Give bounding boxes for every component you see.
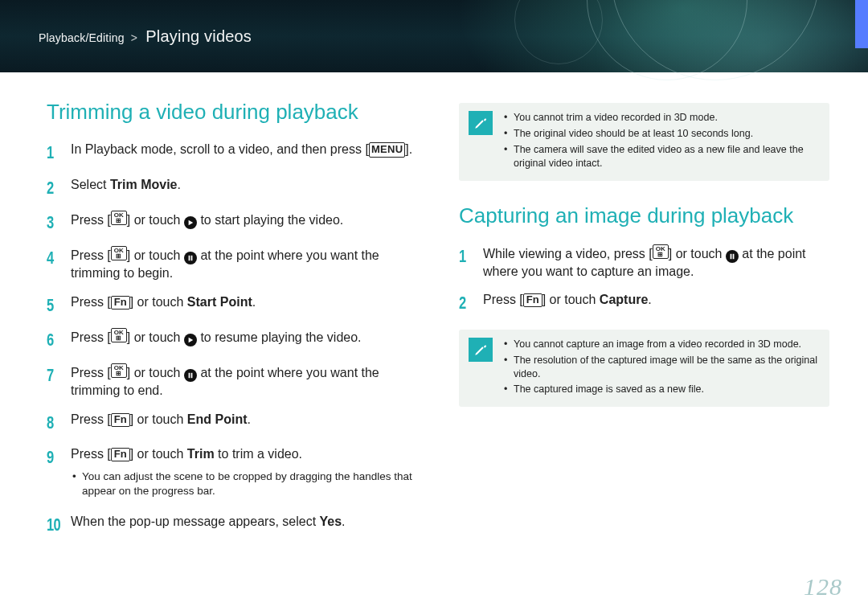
right-column: You cannot trim a video recorded in 3D m… <box>459 100 829 548</box>
step-item: 1In Playback mode, scroll to a video, an… <box>47 141 417 165</box>
step-number: 2 <box>459 291 477 315</box>
step-number: 4 <box>47 246 65 270</box>
note-box-trim: You cannot trim a video recorded in 3D m… <box>459 103 829 181</box>
note-box-capture: You cannot capture an image from a video… <box>459 330 829 408</box>
note-item: You cannot capture an image from a video… <box>504 338 818 351</box>
ok-button-icon: OK⊞ <box>111 211 127 225</box>
ok-button-icon: OK⊞ <box>653 244 669 259</box>
step-item: 2Select Trim Movie. <box>47 176 417 200</box>
pause-icon <box>184 369 197 382</box>
ok-button-icon: OK⊞ <box>111 363 127 378</box>
breadcrumb-section: Playing videos <box>145 27 252 45</box>
breadcrumb: Playback/Editing > Playing videos <box>39 27 252 46</box>
step-item: 9Press [Fn] or touch Trim to trim a vide… <box>47 445 417 502</box>
step-body: Press [Fn] or touch Trim to trim a video… <box>71 445 417 502</box>
note-list-capture: You cannot capture an image from a video… <box>504 338 818 397</box>
fn-button-icon: Fn <box>111 413 130 427</box>
step-number: 6 <box>47 328 65 352</box>
breadcrumb-parent: Playback/Editing <box>39 31 125 44</box>
step-body: Press [OK⊞] or touch to resume playing t… <box>71 328 417 346</box>
steps-trimming: 1In Playback mode, scroll to a video, an… <box>47 141 417 537</box>
step-number: 7 <box>47 363 65 387</box>
svg-rect-0 <box>189 256 190 260</box>
note-item: The resolution of the captured image wil… <box>504 354 818 381</box>
heading-trimming: Trimming a video during playback <box>47 100 417 125</box>
svg-rect-1 <box>191 256 193 260</box>
note-item: You cannot trim a video recorded in 3D m… <box>504 111 818 125</box>
step-number: 5 <box>47 293 65 318</box>
step-body: Press [Fn] or touch End Point. <box>71 411 417 428</box>
play-icon <box>184 216 197 229</box>
step-number: 3 <box>47 211 65 235</box>
ok-button-icon: OK⊞ <box>111 328 127 342</box>
sub-bullet-item: You can adjust the scene to be cropped b… <box>71 469 417 498</box>
step-item: 8Press [Fn] or touch End Point. <box>47 411 417 435</box>
chevron-right-icon: > <box>131 31 137 44</box>
step-number: 1 <box>47 141 65 165</box>
step-body: Press [Fn] or touch Start Point. <box>71 293 417 311</box>
pause-icon <box>726 250 739 263</box>
step-number: 10 <box>47 513 65 537</box>
step-item: 6Press [OK⊞] or touch to resume playing … <box>47 328 417 352</box>
step-body: When the pop-up message appears, select … <box>71 513 417 531</box>
step-number: 8 <box>47 411 65 435</box>
side-tab <box>855 0 868 48</box>
header-band: Playback/Editing > Playing videos <box>0 0 868 72</box>
left-column: Trimming a video during playback 1In Pla… <box>47 100 417 548</box>
svg-rect-3 <box>191 373 193 378</box>
step-item: 3Press [OK⊞] or touch to start playing t… <box>47 211 417 235</box>
note-item: The captured image is saved as a new fil… <box>504 383 818 396</box>
heading-capture: Capturing an image during playback <box>459 203 829 228</box>
step-body: Press [OK⊞] or touch at the point where … <box>71 246 417 282</box>
step-number: 9 <box>47 445 65 469</box>
svg-rect-4 <box>731 253 732 258</box>
step-body: In Playback mode, scroll to a video, and… <box>71 141 417 158</box>
step-item: 4Press [OK⊞] or touch at the point where… <box>47 246 417 282</box>
note-item: The original video should be at least 10… <box>504 127 818 141</box>
step-item: 1While viewing a video, press [OK⊞] or t… <box>459 244 829 281</box>
svg-rect-5 <box>733 253 735 258</box>
step-item: 10When the pop-up message appears, selec… <box>47 513 417 537</box>
fn-button-icon: Fn <box>111 296 130 310</box>
menu-button-icon: MENU <box>369 142 405 158</box>
ok-button-icon: OK⊞ <box>111 246 127 260</box>
steps-capture: 1While viewing a video, press [OK⊞] or t… <box>459 244 829 315</box>
step-body: Press [OK⊞] or touch at the point where … <box>71 363 417 400</box>
step-item: 5Press [Fn] or touch Start Point. <box>47 293 417 318</box>
page-number: 128 <box>804 573 842 601</box>
step-body: Press [OK⊞] or touch to start playing th… <box>71 211 417 229</box>
play-icon <box>184 334 197 346</box>
fn-button-icon: Fn <box>523 293 542 307</box>
svg-rect-2 <box>189 373 190 378</box>
fn-button-icon: Fn <box>111 448 130 461</box>
pen-icon <box>469 111 493 135</box>
step-body: Select Trim Movie. <box>71 176 417 194</box>
pause-icon <box>184 252 197 264</box>
note-item: The camera will save the edited video as… <box>504 143 818 170</box>
step-number: 2 <box>47 176 65 200</box>
sub-bullets: You can adjust the scene to be cropped b… <box>71 469 417 498</box>
step-body: While viewing a video, press [OK⊞] or to… <box>483 244 829 281</box>
step-item: 7Press [OK⊞] or touch at the point where… <box>47 363 417 400</box>
pen-icon <box>469 338 493 362</box>
step-item: 2Press [Fn] or touch Capture. <box>459 291 829 315</box>
step-number: 1 <box>459 244 477 269</box>
note-list-trim: You cannot trim a video recorded in 3D m… <box>504 111 818 170</box>
step-body: Press [Fn] or touch Capture. <box>483 291 829 309</box>
